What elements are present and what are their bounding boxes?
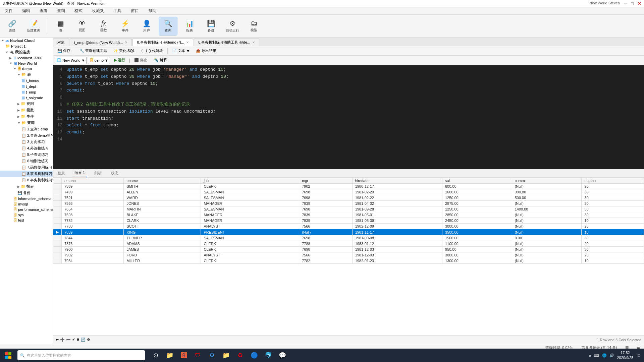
- maximize-button[interactable]: □: [631, 1, 634, 6]
- menu-window[interactable]: 窗口: [129, 7, 141, 14]
- sidebar-information-schema[interactable]: 🗄 information_schema: [0, 196, 53, 201]
- sidebar-tables-folder[interactable]: ▼ 📂 表: [0, 71, 53, 78]
- table-row[interactable]: 7521 WARD SALESMAN 7698 1981-02-22 1250.…: [53, 195, 644, 201]
- sidebar-queries-folder[interactable]: ▼ 📂 查询: [0, 120, 53, 126]
- show-desktop[interactable]: □: [636, 353, 640, 357]
- taskbar-app6[interactable]: 🐬: [262, 349, 275, 362]
- sidebar-q5[interactable]: 📋 5.子查询练习: [0, 152, 53, 158]
- footer-nav-prev[interactable]: ➕: [60, 338, 65, 342]
- sidebar-backup-folder[interactable]: 💾 备份: [0, 190, 53, 196]
- table-row[interactable]: 7900 JAMES CLERK 7698 1981-12-03 950.00 …: [53, 247, 644, 252]
- sidebar-q1[interactable]: 📋 1.查询t_emp: [0, 126, 53, 132]
- toolbar-user[interactable]: 👤 用户: [137, 17, 156, 36]
- col-job[interactable]: job: [201, 178, 299, 184]
- sidebar-q2[interactable]: 📋 2.查询demo里的表: [0, 132, 53, 139]
- menu-query[interactable]: 查询: [55, 7, 67, 14]
- toolbar-new-query[interactable]: 📝 新建查询: [24, 17, 43, 36]
- sidebar-q8[interactable]: 📋 8.事务机制练习: [0, 171, 53, 177]
- close-button[interactable]: ✕: [638, 1, 641, 6]
- table-row[interactable]: ▶ 7839 KING PRESIDENT (Null) 1981-11-17 …: [53, 229, 644, 235]
- sidebar-test[interactable]: 🗄 test: [0, 218, 53, 223]
- menu-format[interactable]: 格式: [72, 7, 85, 14]
- menu-favorites[interactable]: 收藏夹: [90, 7, 106, 14]
- tab-helper-close[interactable]: ✕: [252, 41, 255, 44]
- start-button[interactable]: [0, 349, 16, 362]
- table-row[interactable]: 7566 JONES MANAGER 7839 1981-04-02 2975.…: [53, 201, 644, 206]
- sidebar-mysql[interactable]: 🗄 mysql: [0, 201, 53, 207]
- table-row[interactable]: 7934 MILLER CLERK 7782 1982-01-23 1300.0…: [53, 258, 644, 264]
- sidebar-performance-schema[interactable]: 🗄 performance_schema: [0, 207, 53, 212]
- table-row[interactable]: 7788 SCOTT ANALYST 7566 1982-12-09 3000.…: [53, 224, 644, 229]
- sidebar-project1[interactable]: 📁 Project 1: [0, 43, 53, 49]
- taskbar-cortana[interactable]: ⊙: [149, 349, 162, 362]
- footer-nav-check[interactable]: ✔: [72, 338, 75, 342]
- save-button[interactable]: 💾 保存: [55, 47, 73, 55]
- toolbar-backup[interactable]: 💾 备份: [202, 17, 220, 36]
- explain-button[interactable]: 🔦 解释: [151, 57, 170, 64]
- table-row[interactable]: 7844 TURNER SALESMAN 7698 1981-09-08 150…: [53, 235, 644, 241]
- result-tab-status[interactable]: 状态: [109, 169, 120, 177]
- create-query-button[interactable]: 🔧 查询创建工具: [77, 47, 110, 55]
- toolbar-report[interactable]: 📊 报表: [180, 17, 199, 36]
- taskbar-file-explorer[interactable]: 📁: [163, 349, 176, 362]
- menu-edit[interactable]: 编辑: [20, 7, 32, 14]
- text-button[interactable]: 📄 文本 ▼: [170, 47, 192, 55]
- db-selector[interactable]: 🌐 New World ▼: [55, 57, 87, 64]
- toolbar-auto-run[interactable]: ⚙ 自动运行: [223, 17, 242, 36]
- tab-t-emp-close[interactable]: ✕: [125, 41, 127, 44]
- sql-editor[interactable]: 4567891011121314 update t_emp set deptno…: [53, 65, 644, 169]
- result-table-wrap[interactable]: empno ename job mgr hiredate sal comm de…: [53, 178, 644, 335]
- result-tab-result1[interactable]: 结果 1: [72, 169, 87, 177]
- sidebar-reports-folder[interactable]: ▶ 📁 报表: [0, 183, 53, 190]
- toolbar-view[interactable]: 👁 视图: [73, 17, 92, 36]
- table-row[interactable]: 7654 MARTIN SALESMAN 7698 1981-09-28 125…: [53, 206, 644, 212]
- sidebar-q6[interactable]: 📋 6.增删改练习: [0, 158, 53, 164]
- footer-nav-first[interactable]: ⬅: [56, 338, 59, 342]
- taskbar-app5[interactable]: ♻: [233, 349, 247, 362]
- sidebar-new-world[interactable]: ▼ 🖥 New World: [0, 61, 53, 66]
- sidebar-navicat-cloud[interactable]: ▼ ☁ Navicat Cloud: [0, 38, 53, 43]
- col-comm[interactable]: comm: [512, 178, 582, 184]
- sidebar-q7[interactable]: 📋 7.函数使用练习: [0, 164, 53, 171]
- col-ename[interactable]: ename: [124, 178, 201, 184]
- table-row[interactable]: 7369 SMITH CLERK 7902 1980-12-17 800.00 …: [53, 184, 644, 189]
- col-deptno[interactable]: deptno: [582, 178, 644, 184]
- menu-file[interactable]: 文件: [3, 7, 15, 14]
- taskbar-chrome[interactable]: 🔵: [248, 349, 261, 362]
- tray-network[interactable]: 🌐: [602, 353, 607, 358]
- table-row[interactable]: 7698 BLAKE MANAGER 7839 1981-05-01 2850.…: [53, 212, 644, 218]
- sidebar-functions-folder[interactable]: ▶ 📁 函数: [0, 107, 53, 113]
- menu-tools[interactable]: 工具: [111, 7, 123, 14]
- taskbar-app2[interactable]: 🛡: [191, 349, 205, 362]
- sidebar-events-folder[interactable]: ▶ 📁 事件: [0, 113, 53, 120]
- sidebar-t-dept[interactable]: ▦ t_dept: [0, 83, 53, 89]
- taskbar-wechat[interactable]: 💬: [276, 349, 289, 362]
- col-mgr[interactable]: mgr: [299, 178, 352, 184]
- tab-helper[interactable]: 8.事务机制练习辅助工具 @de... ✕: [194, 39, 259, 46]
- toolbar-connect[interactable]: 🔗 连接: [3, 17, 21, 36]
- tab-t-emp[interactable]: t_emp @demo (New World)... ✕: [70, 39, 132, 46]
- taskbar-app4[interactable]: 📁: [219, 349, 233, 362]
- sidebar-t-emp[interactable]: ▦ t_emp: [0, 89, 53, 95]
- sidebar-localhost[interactable]: ▶ 🖥 localhost_3306: [0, 55, 53, 61]
- table-row[interactable]: 7782 CLARK MANAGER 7839 1981-06-09 2450.…: [53, 218, 644, 224]
- tab-transaction[interactable]: 8.事务机制练习 @demo (N... ✕: [132, 39, 193, 46]
- sidebar-q4[interactable]: 📋 4.外连接练习: [0, 145, 53, 152]
- col-empno[interactable]: empno: [62, 178, 124, 184]
- stop-button[interactable]: ⬛ 停止: [131, 57, 150, 64]
- taskbar-app1[interactable]: 🅰: [177, 349, 191, 362]
- sidebar-demo[interactable]: ▼ 🗄 demo: [0, 66, 53, 71]
- tab-transaction-close[interactable]: ✕: [186, 41, 189, 44]
- sidebar-q8a[interactable]: 📋 8.事务机制练习辅助: [0, 177, 53, 183]
- footer-nav-cancel[interactable]: ✖: [76, 338, 79, 342]
- tray-volume[interactable]: 🔊: [609, 353, 614, 358]
- code-block-button[interactable]: ( ) () 代码段: [139, 47, 165, 55]
- sidebar-q3[interactable]: 📋 3.方向练习: [0, 139, 53, 145]
- sidebar-sys[interactable]: 🗄 sys: [0, 212, 53, 218]
- toolbar-model[interactable]: 🗂 模型: [245, 17, 263, 36]
- taskbar-app3[interactable]: ⚙: [205, 349, 219, 362]
- tray-up-arrow[interactable]: ∧: [589, 353, 591, 358]
- menu-help[interactable]: 帮助: [146, 7, 158, 14]
- sidebar-t-salgrade[interactable]: ▦ t_salgrade: [0, 95, 53, 101]
- footer-nav-settings[interactable]: ⚙: [87, 338, 90, 342]
